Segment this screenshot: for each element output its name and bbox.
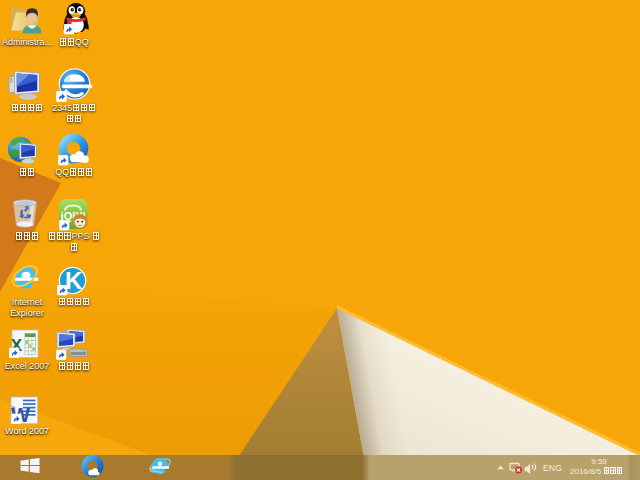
svg-text:K: K [65,267,83,294]
